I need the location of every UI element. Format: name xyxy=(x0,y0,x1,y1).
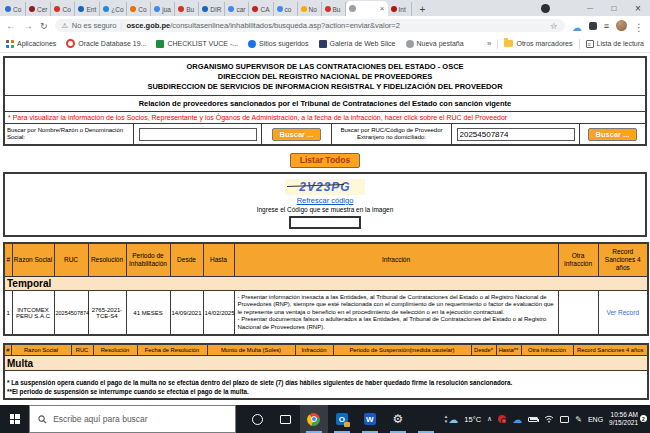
listar-todos-button[interactable]: Listar Todos xyxy=(290,153,360,168)
tab-close-icon[interactable] xyxy=(380,5,385,13)
browser-tab[interactable]: Ent xyxy=(75,2,100,16)
table1-header-cell: Infracción xyxy=(234,243,558,277)
hasta-cell: 14/02/2025 xyxy=(203,291,234,335)
task-view-button[interactable] xyxy=(272,405,300,433)
table2-header-cell: Infracción xyxy=(295,344,333,356)
cortana-button[interactable] xyxy=(244,405,272,433)
captcha-input[interactable] xyxy=(289,216,361,229)
photos-taskbar-button[interactable] xyxy=(412,405,440,433)
extensions-icon[interactable] xyxy=(589,22,597,30)
weather-cloud-icon[interactable] xyxy=(448,414,458,425)
search-icon xyxy=(38,415,47,424)
weather-temp[interactable]: 15°C xyxy=(464,415,481,424)
bookmark-label: CHECKLIST VUCE -... xyxy=(167,40,238,47)
bookmark-favicon xyxy=(319,40,327,48)
captcha-section: 2V23PG Refrescar código Ingrese el Códig… xyxy=(3,172,647,237)
hidden-icons-chevron[interactable] xyxy=(487,415,492,423)
tab-title: car xyxy=(236,6,245,13)
pen-icon[interactable] xyxy=(575,415,582,424)
security-app-icon[interactable] xyxy=(498,415,506,423)
cloud-extension-icon[interactable] xyxy=(572,17,582,35)
tab-title: ¿Co xyxy=(111,6,123,13)
browser-tab[interactable]: car xyxy=(225,2,249,16)
maximize-button[interactable] xyxy=(602,0,626,16)
word-taskbar-button[interactable]: W xyxy=(356,405,384,433)
ruc-cell[interactable]: 20254507874 xyxy=(54,291,88,335)
clock[interactable]: 10:56 AM 9/15/2021 xyxy=(609,411,638,427)
folder-icon xyxy=(504,40,513,47)
browser-tab[interactable]: Co xyxy=(2,2,26,16)
reading-list[interactable]: Lista de lectura xyxy=(586,40,644,48)
bookmark-item[interactable]: Aplicaciones xyxy=(6,40,56,48)
bookmark-items: Aplicaciones Oracle Database 19... CHECK… xyxy=(6,39,474,48)
clock-time: 10:56 AM xyxy=(609,411,638,419)
browser-tab[interactable]: No xyxy=(298,2,322,16)
url-field[interactable]: No es seguro | osce.gob.pe/consultasenli… xyxy=(55,19,565,32)
other-bookmarks[interactable]: Otros marcadores xyxy=(504,40,572,47)
bookmark-item[interactable]: Sitios sugeridos xyxy=(248,40,308,48)
start-button[interactable] xyxy=(0,405,29,433)
browser-window: Co Cer Co Ent xyxy=(0,0,650,433)
browser-tab[interactable]: Co xyxy=(127,2,151,16)
browser-tab[interactable]: Cer xyxy=(26,2,51,16)
wifi-icon[interactable] xyxy=(544,415,554,423)
table1-header-cell: Otra Infracción xyxy=(558,243,598,277)
browser-tab[interactable]: Bu xyxy=(175,2,199,16)
close-button[interactable] xyxy=(626,0,650,16)
name-search-input[interactable] xyxy=(139,128,257,141)
browser-menu-icon[interactable] xyxy=(634,17,644,35)
language-indicator[interactable]: ENG xyxy=(588,416,603,423)
browser-tab[interactable]: jua xyxy=(151,2,175,16)
reading-list-icon xyxy=(586,40,594,48)
reading-list-extension-icon[interactable] xyxy=(604,21,609,31)
bookmark-item[interactable]: CHECKLIST VUCE -... xyxy=(156,40,238,48)
onedrive-icon[interactable] xyxy=(512,414,522,425)
bookmark-star-icon[interactable] xyxy=(550,21,558,31)
display-icon[interactable] xyxy=(560,416,569,423)
browser-tab[interactable]: co xyxy=(274,2,298,16)
bookmark-item[interactable]: Nueva pestaña xyxy=(406,40,464,48)
refresh-captcha-link[interactable]: Refrescar código xyxy=(5,196,645,205)
settings-taskbar-button[interactable] xyxy=(384,405,412,433)
table2-header-cell: Otra Infracción xyxy=(521,344,573,356)
bookmark-label: Galería de Web Slice xyxy=(330,40,396,47)
battery-icon[interactable] xyxy=(528,417,538,422)
titlebar-circle-icon[interactable] xyxy=(541,4,550,13)
reload-icon[interactable] xyxy=(40,21,48,31)
browser-tab[interactable]: ¿Co xyxy=(100,2,127,16)
outlook-taskbar-button[interactable]: O xyxy=(328,405,356,433)
system-tray: 15°C ENG 10:56 AM 9/15/2021 2 xyxy=(448,411,650,427)
table1-header-cell: Razon Social xyxy=(12,243,54,277)
browser-tab[interactable]: DIR xyxy=(199,2,225,16)
back-icon[interactable] xyxy=(6,21,16,31)
tab-favicon xyxy=(349,5,356,12)
tab-favicon xyxy=(154,6,160,12)
profile-avatar[interactable] xyxy=(616,20,627,31)
bookmarks-overflow-icon[interactable] xyxy=(487,39,491,48)
resolucion-cell: 2765-2021-TCE-S4 xyxy=(88,291,126,335)
org-header-line: SUBDIRECCION DE SERVICIOS DE INFORMACION… xyxy=(5,82,645,92)
taskbar-search[interactable]: Escribe aquí para buscar xyxy=(29,405,236,433)
forward-icon[interactable] xyxy=(23,21,33,31)
browser-tab[interactable]: CA xyxy=(249,2,273,16)
header-search-box: ORGANISMO SUPERVISOR DE LAS CONTRATACION… xyxy=(3,56,647,146)
browser-tab[interactable]: Int xyxy=(388,2,412,16)
bookmark-item[interactable]: Oracle Database 19... xyxy=(66,39,146,48)
ruc-search-input[interactable] xyxy=(457,128,575,141)
table2-header-cell: Razon Social xyxy=(11,344,71,356)
bookmark-label: Sitios sugeridos xyxy=(259,40,308,47)
browser-tab[interactable]: Co xyxy=(51,2,75,16)
ruc-search-button[interactable]: Buscar ... xyxy=(588,128,638,142)
bookmark-item[interactable]: Galería de Web Slice xyxy=(319,40,396,48)
otra-infraccion-cell xyxy=(558,291,598,335)
table1-header-cell: RUC xyxy=(54,243,88,277)
chrome-taskbar-button[interactable] xyxy=(300,405,328,433)
name-search-button[interactable]: Buscar ... xyxy=(272,128,322,142)
new-tab-button[interactable] xyxy=(416,2,430,16)
minimize-button[interactable] xyxy=(578,0,602,16)
windows-logo-icon xyxy=(10,414,20,424)
browser-tab[interactable] xyxy=(346,1,388,16)
ver-record-link[interactable]: Ver Record xyxy=(606,309,639,316)
browser-tab[interactable]: Bu xyxy=(322,2,346,16)
tab-title: DIR xyxy=(210,6,221,13)
